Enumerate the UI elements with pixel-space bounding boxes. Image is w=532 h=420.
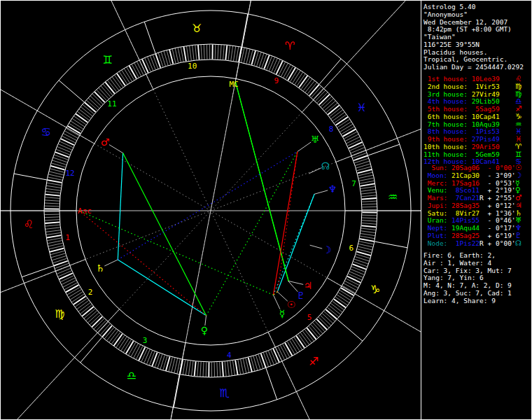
house-number-4: 4 bbox=[227, 351, 232, 360]
planet-label: Jupi: bbox=[424, 202, 451, 209]
degree-tick bbox=[131, 344, 138, 356]
planet-pointer-moon bbox=[310, 245, 323, 248]
degree-tick bbox=[174, 358, 178, 372]
degree-tick bbox=[276, 61, 283, 74]
house-cusp-11 bbox=[1, 1, 153, 89]
degree-tick bbox=[56, 149, 70, 155]
degree-tick bbox=[359, 178, 374, 181]
degree-tick bbox=[261, 354, 266, 368]
degree-tick bbox=[178, 48, 181, 62]
degree-tick bbox=[358, 246, 372, 250]
degree-tick bbox=[230, 361, 232, 376]
planet-velocity: + 0°00' bbox=[484, 239, 516, 247]
degree-tick bbox=[227, 361, 229, 376]
degree-tick bbox=[188, 361, 190, 376]
house-position: 5Sag59 bbox=[472, 105, 500, 113]
wheel-planet-node: ☊ bbox=[321, 160, 330, 172]
planet-velocity: - 0°00' bbox=[484, 164, 516, 172]
degree-tick bbox=[48, 174, 62, 178]
degree-tick bbox=[360, 236, 374, 239]
degree-tick bbox=[238, 360, 241, 374]
stats-line-5: Ang: 3, Suc: 7, Cad: 1 bbox=[424, 290, 512, 298]
degree-tick bbox=[345, 281, 358, 288]
sign-glyph-cancer: ♋ bbox=[41, 125, 51, 139]
degree-tick bbox=[361, 231, 376, 233]
degree-tick bbox=[47, 238, 62, 241]
house-number-2: 2 bbox=[88, 288, 93, 297]
degree-tick bbox=[134, 345, 141, 358]
house-number-7: 7 bbox=[351, 179, 356, 188]
house-number-11: 11 bbox=[107, 99, 116, 108]
degree-tick bbox=[243, 358, 246, 373]
degree-tick bbox=[46, 227, 60, 229]
header-line-1: "Anonymous" bbox=[424, 11, 524, 19]
degree-tick bbox=[361, 192, 376, 194]
degree-tick bbox=[244, 48, 247, 62]
planet-pointer-mars bbox=[109, 145, 123, 153]
degree-tick bbox=[45, 217, 59, 218]
degree-tick bbox=[271, 350, 276, 363]
planet-row-☊: Node: 1Pis22R + 0°00'☊ bbox=[424, 240, 516, 248]
planet-velocity: - 0°46' bbox=[484, 216, 516, 224]
degree-tick bbox=[59, 273, 73, 279]
degree-tick bbox=[144, 349, 150, 363]
header-line-8: Julian Day = 2454447.0292 bbox=[424, 64, 524, 71]
sign-boundary bbox=[22, 266, 53, 277]
degree-tick bbox=[239, 48, 241, 62]
house-label: 4th house: bbox=[424, 97, 472, 105]
degree-tick bbox=[346, 137, 360, 144]
degree-tick bbox=[183, 360, 186, 374]
degree-tick bbox=[139, 60, 146, 74]
sign-boundary bbox=[368, 144, 400, 155]
degree-tick bbox=[276, 348, 282, 361]
degree-tick bbox=[45, 197, 59, 199]
degree-tick bbox=[279, 62, 285, 76]
planet-velocity: + 2°55' bbox=[484, 194, 516, 202]
wheel-planet-moon: ☽ bbox=[323, 244, 332, 255]
degree-tick bbox=[65, 131, 78, 138]
sign-glyph-aries: ♈ bbox=[285, 39, 295, 52]
degree-tick bbox=[45, 222, 59, 223]
planet-glyph: ☊ bbox=[515, 239, 522, 247]
aspect-sun-uranus bbox=[277, 152, 298, 292]
degree-tick bbox=[134, 63, 141, 76]
degree-tick bbox=[353, 264, 367, 269]
sign-glyph-pisces: ♓ bbox=[356, 101, 366, 114]
degree-tick bbox=[175, 48, 178, 63]
house-cusp-8 bbox=[336, 33, 421, 162]
planet-position: 21Cap30 bbox=[451, 172, 479, 179]
header-line-5: 116°25E 39°55N bbox=[424, 41, 524, 49]
degree-tick bbox=[361, 190, 376, 192]
degree-tick bbox=[139, 347, 145, 360]
planet-position: 8Sco11 bbox=[451, 186, 479, 194]
degree-tick bbox=[274, 59, 280, 73]
house-position: 10Cap41 bbox=[472, 113, 500, 120]
planet-velocity: + 1°36' bbox=[484, 209, 516, 217]
planet-velocity: - 0°53' bbox=[484, 179, 516, 187]
degree-tick bbox=[45, 200, 59, 201]
house-position: 29Lib50 bbox=[472, 97, 500, 105]
degree-tick bbox=[349, 272, 363, 277]
degree-tick bbox=[200, 362, 201, 377]
degree-tick bbox=[268, 351, 274, 364]
planet-label: Venu: bbox=[424, 186, 451, 194]
degree-tick bbox=[60, 276, 74, 282]
planet-velocity: + 6°19' bbox=[484, 232, 516, 239]
degree-tick bbox=[281, 64, 288, 77]
sign-glyph-taurus: ♉ bbox=[192, 22, 202, 35]
sign-glyph-scorpio: ♏ bbox=[220, 386, 230, 400]
house-position: 10Aqu39 bbox=[472, 120, 500, 128]
house-label: 11th house: bbox=[424, 150, 472, 158]
degree-tick bbox=[57, 268, 70, 274]
house-label: 10th house: bbox=[424, 143, 472, 150]
house-number-9: 9 bbox=[274, 76, 279, 85]
degree-tick bbox=[149, 351, 155, 365]
degree-tick bbox=[267, 56, 272, 70]
aspect-saturn-uranus bbox=[118, 152, 298, 260]
sign-boundary bbox=[266, 368, 277, 400]
degree-tick bbox=[72, 118, 84, 127]
degree-tick bbox=[118, 337, 127, 349]
house-position: 27Pis49 bbox=[472, 135, 500, 143]
degree-tick bbox=[71, 121, 83, 129]
planet-position: 17Sag16 bbox=[451, 179, 479, 187]
